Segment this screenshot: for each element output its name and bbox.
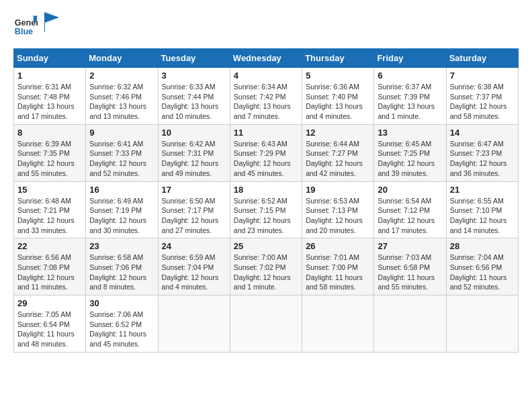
calendar-cell — [446, 295, 518, 353]
logo-icon: General Blue — [13, 13, 38, 38]
calendar-cell: 17Sunrise: 6:50 AM Sunset: 7:17 PM Dayli… — [158, 181, 230, 238]
day-number: 9 — [89, 128, 154, 138]
day-number: 5 — [306, 71, 370, 81]
calendar-cell: 5Sunrise: 6:36 AM Sunset: 7:40 PM Daylig… — [302, 68, 374, 125]
day-detail: Sunrise: 7:01 AM Sunset: 7:00 PM Dayligh… — [306, 253, 370, 292]
calendar-cell: 6Sunrise: 6:37 AM Sunset: 7:39 PM Daylig… — [374, 68, 446, 125]
day-number: 25 — [234, 241, 298, 251]
calendar-cell: 29Sunrise: 7:05 AM Sunset: 6:54 PM Dayli… — [14, 295, 86, 353]
day-number: 29 — [17, 298, 82, 308]
calendar-cell: 8Sunrise: 6:39 AM Sunset: 7:35 PM Daylig… — [14, 124, 86, 181]
day-detail: Sunrise: 6:34 AM Sunset: 7:42 PM Dayligh… — [234, 82, 298, 122]
svg-marker-4 — [44, 12, 59, 23]
calendar-cell: 23Sunrise: 6:58 AM Sunset: 7:06 PM Dayli… — [86, 238, 158, 295]
day-detail: Sunrise: 6:54 AM Sunset: 7:12 PM Dayligh… — [378, 196, 442, 236]
calendar-week-row: 1Sunrise: 6:31 AM Sunset: 7:48 PM Daylig… — [14, 68, 519, 125]
header-friday: Friday — [374, 49, 446, 68]
day-detail: Sunrise: 6:36 AM Sunset: 7:40 PM Dayligh… — [306, 82, 370, 122]
calendar-cell: 18Sunrise: 6:52 AM Sunset: 7:15 PM Dayli… — [230, 181, 302, 238]
day-number: 17 — [162, 185, 226, 195]
day-number: 24 — [162, 241, 226, 251]
day-number: 2 — [89, 71, 154, 81]
calendar-cell: 11Sunrise: 6:43 AM Sunset: 7:29 PM Dayli… — [230, 124, 302, 181]
calendar-cell: 9Sunrise: 6:41 AM Sunset: 7:33 PM Daylig… — [86, 124, 158, 181]
logo-flag-icon — [44, 12, 59, 32]
day-detail: Sunrise: 6:37 AM Sunset: 7:39 PM Dayligh… — [378, 82, 442, 122]
day-number: 26 — [306, 241, 370, 251]
day-number: 4 — [234, 71, 298, 81]
calendar-cell: 24Sunrise: 6:59 AM Sunset: 7:04 PM Dayli… — [158, 238, 230, 295]
header-monday: Monday — [86, 49, 158, 68]
calendar-cell: 7Sunrise: 6:38 AM Sunset: 7:37 PM Daylig… — [446, 68, 518, 125]
day-detail: Sunrise: 6:31 AM Sunset: 7:48 PM Dayligh… — [17, 82, 82, 122]
day-number: 7 — [450, 71, 515, 81]
day-detail: Sunrise: 7:04 AM Sunset: 6:56 PM Dayligh… — [450, 253, 515, 292]
day-detail: Sunrise: 6:32 AM Sunset: 7:46 PM Dayligh… — [89, 82, 154, 122]
calendar-cell: 4Sunrise: 6:34 AM Sunset: 7:42 PM Daylig… — [230, 68, 302, 125]
calendar-cell: 26Sunrise: 7:01 AM Sunset: 7:00 PM Dayli… — [302, 238, 374, 295]
day-number: 21 — [450, 185, 515, 195]
day-detail: Sunrise: 6:38 AM Sunset: 7:37 PM Dayligh… — [450, 82, 515, 122]
day-detail: Sunrise: 7:05 AM Sunset: 6:54 PM Dayligh… — [17, 310, 82, 349]
calendar-cell: 21Sunrise: 6:55 AM Sunset: 7:10 PM Dayli… — [446, 181, 518, 238]
day-number: 22 — [17, 241, 82, 251]
day-number: 11 — [234, 128, 298, 138]
calendar-cell: 12Sunrise: 6:44 AM Sunset: 7:27 PM Dayli… — [302, 124, 374, 181]
day-detail: Sunrise: 7:03 AM Sunset: 6:58 PM Dayligh… — [378, 253, 442, 292]
calendar-cell: 30Sunrise: 7:06 AM Sunset: 6:52 PM Dayli… — [86, 295, 158, 353]
header-tuesday: Tuesday — [158, 49, 230, 68]
calendar-cell: 25Sunrise: 7:00 AM Sunset: 7:02 PM Dayli… — [230, 238, 302, 295]
svg-text:Blue: Blue — [15, 27, 33, 36]
day-detail: Sunrise: 6:39 AM Sunset: 7:35 PM Dayligh… — [17, 139, 82, 179]
day-detail: Sunrise: 6:43 AM Sunset: 7:29 PM Dayligh… — [234, 139, 298, 179]
day-number: 13 — [378, 128, 442, 138]
calendar-week-row: 29Sunrise: 7:05 AM Sunset: 6:54 PM Dayli… — [14, 295, 519, 353]
calendar-table: SundayMondayTuesdayWednesdayThursdayFrid… — [13, 48, 519, 353]
logo: General Blue — [13, 13, 59, 38]
day-number: 1 — [17, 71, 82, 81]
day-number: 23 — [89, 241, 154, 251]
header-thursday: Thursday — [302, 49, 374, 68]
day-detail: Sunrise: 6:48 AM Sunset: 7:21 PM Dayligh… — [17, 196, 82, 236]
calendar-week-row: 15Sunrise: 6:48 AM Sunset: 7:21 PM Dayli… — [14, 181, 519, 238]
day-detail: Sunrise: 7:00 AM Sunset: 7:02 PM Dayligh… — [234, 253, 298, 292]
day-number: 3 — [162, 71, 226, 81]
day-detail: Sunrise: 6:44 AM Sunset: 7:27 PM Dayligh… — [306, 139, 370, 179]
day-detail: Sunrise: 6:55 AM Sunset: 7:10 PM Dayligh… — [450, 196, 515, 236]
day-number: 19 — [306, 185, 370, 195]
calendar-cell: 19Sunrise: 6:53 AM Sunset: 7:13 PM Dayli… — [302, 181, 374, 238]
day-number: 8 — [17, 128, 82, 138]
day-detail: Sunrise: 6:45 AM Sunset: 7:25 PM Dayligh… — [378, 139, 442, 179]
day-detail: Sunrise: 6:53 AM Sunset: 7:13 PM Dayligh… — [306, 196, 370, 236]
day-detail: Sunrise: 6:52 AM Sunset: 7:15 PM Dayligh… — [234, 196, 298, 236]
day-detail: Sunrise: 6:49 AM Sunset: 7:19 PM Dayligh… — [89, 196, 154, 236]
day-detail: Sunrise: 6:59 AM Sunset: 7:04 PM Dayligh… — [162, 253, 226, 292]
calendar-cell: 2Sunrise: 6:32 AM Sunset: 7:46 PM Daylig… — [86, 68, 158, 125]
calendar-cell — [374, 295, 446, 353]
calendar-header-row: SundayMondayTuesdayWednesdayThursdayFrid… — [14, 49, 519, 68]
calendar-cell: 13Sunrise: 6:45 AM Sunset: 7:25 PM Dayli… — [374, 124, 446, 181]
calendar-cell: 10Sunrise: 6:42 AM Sunset: 7:31 PM Dayli… — [158, 124, 230, 181]
day-detail: Sunrise: 6:41 AM Sunset: 7:33 PM Dayligh… — [89, 139, 154, 179]
calendar-cell: 27Sunrise: 7:03 AM Sunset: 6:58 PM Dayli… — [374, 238, 446, 295]
calendar-cell: 3Sunrise: 6:33 AM Sunset: 7:44 PM Daylig… — [158, 68, 230, 125]
calendar-cell: 28Sunrise: 7:04 AM Sunset: 6:56 PM Dayli… — [446, 238, 518, 295]
day-number: 16 — [89, 185, 154, 195]
calendar-cell: 1Sunrise: 6:31 AM Sunset: 7:48 PM Daylig… — [14, 68, 86, 125]
calendar-cell — [158, 295, 230, 353]
day-number: 15 — [17, 185, 82, 195]
day-number: 27 — [378, 241, 442, 251]
day-detail: Sunrise: 6:58 AM Sunset: 7:06 PM Dayligh… — [89, 253, 154, 292]
calendar-cell — [230, 295, 302, 353]
calendar-cell: 16Sunrise: 6:49 AM Sunset: 7:19 PM Dayli… — [86, 181, 158, 238]
calendar-cell: 14Sunrise: 6:47 AM Sunset: 7:23 PM Dayli… — [446, 124, 518, 181]
day-number: 30 — [89, 298, 154, 308]
day-detail: Sunrise: 6:50 AM Sunset: 7:17 PM Dayligh… — [162, 196, 226, 236]
header-saturday: Saturday — [446, 49, 518, 68]
header-wednesday: Wednesday — [230, 49, 302, 68]
day-detail: Sunrise: 6:33 AM Sunset: 7:44 PM Dayligh… — [162, 82, 226, 122]
day-detail: Sunrise: 7:06 AM Sunset: 6:52 PM Dayligh… — [89, 310, 154, 349]
calendar-cell: 22Sunrise: 6:56 AM Sunset: 7:08 PM Dayli… — [14, 238, 86, 295]
calendar-cell: 15Sunrise: 6:48 AM Sunset: 7:21 PM Dayli… — [14, 181, 86, 238]
day-number: 28 — [450, 241, 515, 251]
